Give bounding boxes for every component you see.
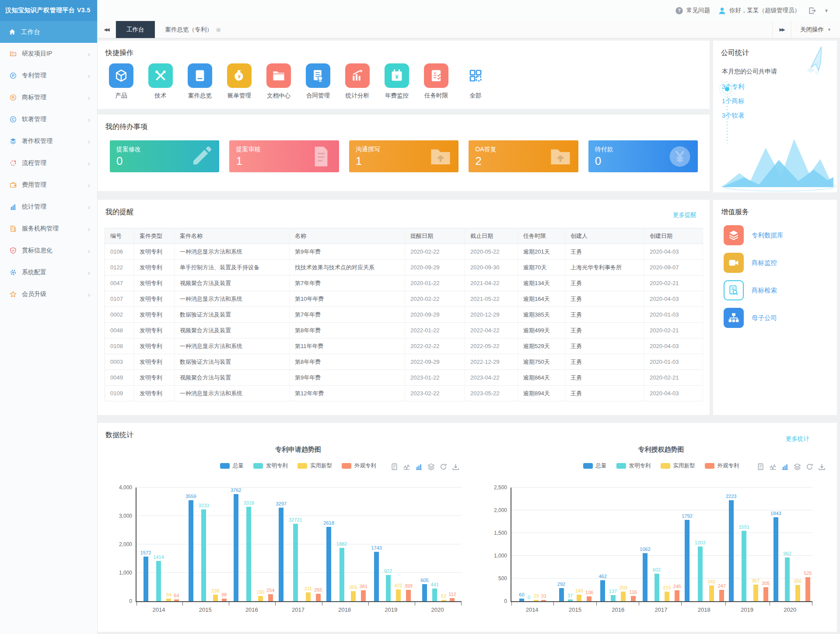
bar-总量: [600, 580, 605, 601]
download-icon[interactable]: [818, 463, 826, 470]
sidebar-item-研发项目IP[interactable]: 研发项目IP›: [0, 43, 97, 65]
user-menu[interactable]: 你好，某某（超级管理员）: [718, 7, 800, 15]
tab-case-overview[interactable]: 案件总览（专利） ⊗: [155, 21, 232, 38]
bar-groups: 1572141494643559323323888376233181902543…: [136, 488, 462, 601]
sidebar-item-软著管理[interactable]: C软著管理›: [0, 108, 97, 130]
quick-action-合同管理[interactable]: 合同管理: [304, 63, 332, 100]
legend-item-外观专利[interactable]: 外观专利: [705, 462, 739, 470]
sidebar-item-贯标信息化[interactable]: 贯标信息化›: [0, 240, 97, 261]
bar-value-label: 1203: [695, 540, 705, 545]
bar-column: 605: [420, 488, 428, 601]
sidebar-item-系统配置[interactable]: 系统配置›: [0, 261, 97, 283]
sidebar-item-统计管理[interactable]: 统计管理›: [0, 196, 97, 218]
table-cell: 王勇: [565, 244, 644, 260]
todo-card-count: 0: [595, 154, 601, 168]
collapse-tabs-button[interactable]: ◀◀: [97, 21, 116, 38]
todo-card-OA答复[interactable]: OA答复2: [469, 140, 578, 172]
sidebar-item-费用管理[interactable]: 费用管理›: [0, 174, 97, 196]
bar-value-label: 422: [394, 583, 402, 588]
data-view-icon[interactable]: [757, 463, 764, 470]
quick-action-技术[interactable]: 技术: [147, 63, 175, 100]
bar-column: 311: [304, 488, 312, 601]
stack-icon[interactable]: [794, 463, 801, 470]
bar-外观专利: [719, 590, 724, 601]
todo-card-提案修改[interactable]: 提案修改0: [110, 140, 219, 172]
tab-close-icon[interactable]: ⊗: [216, 27, 221, 33]
more-reminders-link[interactable]: 更多提醒: [673, 211, 696, 219]
sidebar-item-label: 会员升级: [22, 290, 46, 298]
bar-column: 106: [585, 488, 593, 601]
x-axis-label: 2017: [275, 606, 321, 613]
bar-发明专利: [654, 574, 659, 601]
download-icon[interactable]: [452, 463, 459, 470]
legend-item-总量[interactable]: 总量: [220, 462, 244, 470]
legend-label: 发明专利: [266, 462, 288, 470]
logout-icon[interactable]: [808, 7, 816, 15]
bar-value-label: 1572: [140, 550, 151, 555]
close-operations-button[interactable]: 关闭操作 ▼: [791, 21, 840, 38]
service-母子公司[interactable]: 母子公司: [724, 308, 833, 328]
quick-action-产品[interactable]: 产品: [107, 63, 135, 100]
paper-plane-illustration: [799, 45, 831, 77]
table-cell: 第9年年费: [290, 244, 405, 260]
quick-action-文档中心[interactable]: 文档中心: [265, 63, 293, 100]
column-header: 创建人: [565, 228, 644, 244]
refresh-icon[interactable]: [806, 463, 813, 470]
bar-发明专利: [611, 595, 616, 601]
legend-label: 总量: [596, 462, 607, 470]
service-商标监控[interactable]: 商标监控: [724, 253, 833, 273]
bar-value-label: 60: [519, 592, 524, 597]
legend-item-总量[interactable]: 总量: [583, 462, 607, 470]
sidebar-item-流程管理[interactable]: 流程管理›: [0, 152, 97, 174]
faq-button[interactable]: ? 常见问题: [675, 7, 710, 15]
todo-card-提案审核[interactable]: 提案审核1: [229, 140, 339, 172]
quick-action-年费监控[interactable]: ¥年费监控: [383, 63, 411, 100]
sidebar-item-服务机构管理[interactable]: 服务机构管理›: [0, 218, 97, 240]
legend-item-发明专利[interactable]: 发明专利: [253, 462, 288, 470]
quick-action-任务时限[interactable]: 任务时限: [422, 63, 450, 100]
bar-column: 112: [448, 488, 456, 601]
todo-card-待付款[interactable]: 待付款0: [588, 140, 698, 172]
legend-item-外观专利[interactable]: 外观专利: [342, 462, 376, 470]
legend-swatch: [705, 463, 714, 469]
sidebar-item-商标管理[interactable]: R商标管理›: [0, 87, 97, 108]
bar-chart-icon[interactable]: [781, 463, 789, 470]
bar-column: 399: [405, 488, 413, 601]
tab-workbench[interactable]: 工作台: [116, 21, 155, 38]
user-caret-icon[interactable]: ▼: [824, 8, 829, 13]
sidebar-item-会员升级[interactable]: 会员升级›: [0, 283, 97, 305]
quick-action-统计分析[interactable]: 统计分析: [343, 63, 371, 100]
sidebar-item-workbench[interactable]: 工作台: [0, 21, 97, 43]
bar-group-2018: 26181882355381: [322, 488, 369, 601]
bar-column: 1414: [153, 488, 164, 601]
refresh-icon[interactable]: [440, 463, 447, 470]
todo-card-label: OA答复: [475, 146, 496, 153]
service-商标检索[interactable]: 商标检索: [724, 280, 833, 300]
legend-item-实用新型[interactable]: 实用新型: [661, 462, 695, 470]
layers-icon: [10, 138, 17, 145]
quick-action-全部[interactable]: 全部: [462, 63, 490, 100]
bar-实用新型: [258, 596, 263, 601]
table-row: 0049发明专利视频聚合方法与装置第9年年费2023-01-222023-04-…: [105, 370, 703, 386]
line-chart-icon[interactable]: [769, 463, 777, 470]
data-view-icon[interactable]: [391, 463, 398, 470]
quick-action-案件总览[interactable]: 案件总览: [186, 63, 214, 100]
bar-column: 265: [314, 488, 322, 601]
bar-chart-icon[interactable]: [415, 463, 423, 470]
chevron-right-icon: ›: [88, 225, 90, 233]
bar-group-2015: 29237149106: [554, 488, 596, 601]
table-cell: 逾期201天: [518, 244, 565, 260]
expand-tabs-button[interactable]: ▶▶: [772, 21, 791, 38]
line-chart-icon[interactable]: [403, 463, 410, 470]
todo-card-沟通撰写[interactable]: 沟通撰写1: [349, 140, 458, 172]
quick-action-账单管理[interactable]: ¥账单管理: [225, 63, 253, 100]
stack-icon[interactable]: [427, 463, 435, 470]
sidebar-menu: 研发项目IP›P专利管理›R商标管理›C软著管理›著作权管理›流程管理›费用管理…: [0, 43, 97, 305]
sidebar-item-著作权管理[interactable]: 著作权管理›: [0, 130, 97, 152]
chevron-right-icon: ›: [88, 94, 90, 101]
sidebar-item-专利管理[interactable]: P专利管理›: [0, 65, 97, 87]
svg-text:R: R: [12, 95, 15, 100]
legend-item-实用新型[interactable]: 实用新型: [298, 462, 332, 470]
legend-item-发明专利[interactable]: 发明专利: [616, 462, 651, 470]
service-专利数据库[interactable]: 专利数据库: [724, 225, 833, 245]
